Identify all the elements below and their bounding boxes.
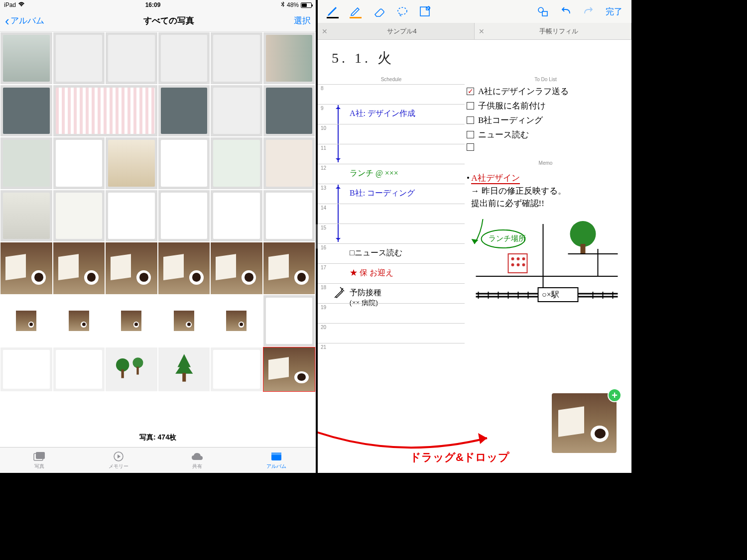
photo-thumb[interactable]	[53, 32, 106, 85]
undo-button[interactable]	[560, 6, 572, 16]
schedule-row: 20	[318, 323, 465, 343]
photo-thumb[interactable]	[210, 32, 263, 85]
todo-item[interactable]: 子供服に名前付け	[467, 99, 624, 113]
photo-thumb[interactable]	[263, 242, 316, 295]
checkbox-icon[interactable]	[467, 116, 474, 124]
checkbox-icon[interactable]	[467, 143, 474, 151]
photo-thumb[interactable]	[0, 32, 53, 85]
photo-thumb[interactable]	[263, 137, 316, 190]
photo-thumb[interactable]	[0, 190, 53, 242]
photo-count: 写真: 474枚	[0, 428, 316, 447]
photo-thumb[interactable]	[53, 347, 106, 392]
schedule-grid: 8 9A社: デザイン作成 10 11 12ランチ @ ××× 13B社: コー…	[318, 84, 465, 363]
checkbox-icon[interactable]	[467, 102, 474, 110]
photo-thumb[interactable]	[53, 85, 158, 137]
tab-albums[interactable]: アルバム	[237, 448, 316, 473]
schedule-row: 13B社: コーディング	[318, 184, 465, 204]
map-lunch-label: ランチ場所	[489, 234, 526, 243]
todo-list: ✓A社にデザインラフ送る 子供服に名前付け B社コーディング ニュース読む	[465, 84, 626, 152]
photo-thumb[interactable]	[0, 85, 53, 137]
photo-thumb[interactable]	[53, 190, 106, 242]
photo-thumb[interactable]	[105, 242, 158, 295]
dropped-photo[interactable]: +	[552, 393, 617, 453]
schedule-row: 12ランチ @ ×××	[318, 164, 465, 184]
clock: 16:09	[145, 1, 161, 8]
photo-grid[interactable]	[0, 32, 316, 428]
todo-item[interactable]: ニュース読む	[467, 127, 624, 142]
photo-thumb[interactable]	[158, 32, 211, 85]
tab-photos[interactable]: 写真	[0, 448, 79, 473]
device-label: iPad	[4, 1, 16, 8]
memo-line: → 昨日の修正反映する。	[471, 186, 566, 196]
memo-line: 提出前に必ず確認!!	[471, 199, 544, 208]
doctab-refill[interactable]: ✕ 手帳リフィル	[475, 23, 631, 39]
shapes-tool[interactable]	[537, 6, 549, 17]
photo-thumb[interactable]	[158, 242, 211, 295]
close-icon[interactable]: ✕	[322, 27, 328, 35]
pen-tool[interactable]	[327, 5, 339, 18]
photo-thumb[interactable]	[0, 295, 53, 347]
photo-thumb[interactable]	[158, 137, 211, 190]
handwritten-date: 5. 1. 火	[332, 49, 394, 68]
tab-memories[interactable]: メモリー	[79, 448, 158, 473]
highlighter-tool[interactable]	[350, 5, 362, 18]
close-icon[interactable]: ✕	[479, 27, 485, 35]
photo-thumb[interactable]	[0, 137, 53, 190]
photo-thumb[interactable]	[158, 85, 211, 137]
text-tool[interactable]	[419, 6, 430, 17]
photo-thumb[interactable]	[158, 295, 211, 347]
schedule-row: 10	[318, 124, 465, 144]
photo-thumb[interactable]	[53, 295, 106, 347]
photo-thumb[interactable]	[158, 190, 211, 242]
photo-thumb[interactable]	[105, 32, 158, 85]
photo-thumb[interactable]	[105, 190, 158, 242]
svg-point-24	[522, 257, 525, 260]
redo-button[interactable]	[583, 6, 595, 16]
photo-thumb[interactable]	[210, 190, 263, 242]
chevron-left-icon: ‹	[5, 14, 9, 27]
checkbox-icon[interactable]: ✓	[467, 88, 474, 95]
right-column: To Do List ✓A社にデザインラフ送る 子供服に名前付け B社コーディン…	[465, 40, 631, 473]
todo-item[interactable]: ✓A社にデザインラフ送る	[467, 84, 624, 99]
photo-thumb[interactable]	[105, 347, 158, 392]
photo-thumb[interactable]	[105, 137, 158, 190]
todo-item[interactable]: B社コーディング	[467, 113, 624, 127]
photo-thumb[interactable]	[210, 347, 263, 392]
photo-thumb[interactable]	[263, 85, 316, 137]
photo-thumb[interactable]	[210, 85, 263, 137]
battery-icon	[301, 2, 312, 8]
photo-thumb[interactable]	[210, 137, 263, 190]
photo-thumb-selected[interactable]	[263, 347, 316, 392]
checkbox-icon[interactable]	[467, 131, 474, 138]
schedule-column: Schedule 8 9A社: デザイン作成 10 11 12ランチ @ ×××…	[318, 40, 465, 473]
lasso-tool[interactable]	[396, 6, 408, 17]
photo-thumb[interactable]	[263, 190, 316, 242]
todo-heading: To Do List	[465, 75, 626, 84]
memo-heading: Memo	[465, 158, 626, 168]
back-button[interactable]: ‹ アルバム	[5, 14, 44, 27]
photo-thumb[interactable]	[263, 32, 316, 85]
tab-shared[interactable]: 共有	[158, 448, 237, 473]
svg-point-27	[522, 263, 525, 266]
photos-icon	[33, 451, 46, 462]
select-button[interactable]: 選択	[294, 15, 311, 26]
photo-thumb[interactable]	[158, 347, 211, 392]
note-canvas[interactable]: 5. 1. 火 Schedule 8 9A社: デザイン作成 10 11 12ラ…	[318, 40, 631, 473]
photo-thumb[interactable]	[0, 347, 53, 392]
photo-thumb[interactable]	[263, 295, 316, 347]
note-app: 完了 ✕ サンプル4 ✕ 手帳リフィル 5. 1. 火 Schedule 8 9…	[318, 0, 631, 473]
photo-thumb[interactable]	[105, 295, 158, 347]
photo-thumb[interactable]	[53, 137, 106, 190]
document-tabs: ✕ サンプル4 ✕ 手帳リフィル	[318, 23, 631, 40]
map-station-label: ○×駅	[542, 290, 559, 300]
doctab-sample4[interactable]: ✕ サンプル4	[318, 23, 475, 39]
todo-item[interactable]	[467, 142, 624, 152]
eraser-tool[interactable]	[373, 6, 385, 17]
photo-thumb[interactable]	[0, 242, 53, 295]
schedule-row: 18 予防接種(×× 病院)	[318, 283, 465, 303]
photo-thumb[interactable]	[210, 242, 263, 295]
done-button[interactable]: 完了	[606, 6, 622, 17]
photo-thumb[interactable]	[210, 295, 263, 347]
svg-marker-17	[472, 239, 479, 244]
photo-thumb[interactable]	[53, 242, 106, 295]
